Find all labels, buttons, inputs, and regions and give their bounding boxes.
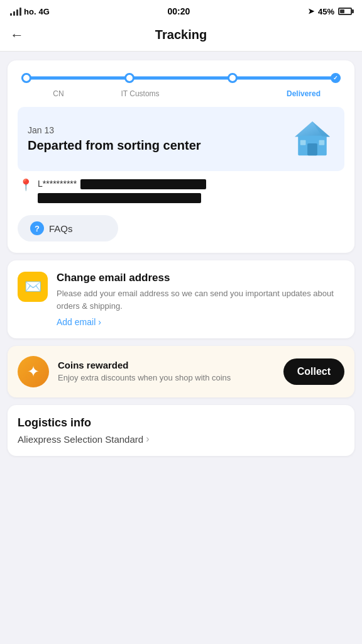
add-email-link[interactable]: Add email ›	[57, 317, 344, 327]
carrier-label: ho.	[24, 7, 36, 16]
location-redacted	[80, 179, 206, 189]
logistics-card: Logistics info Aliexpress Selection Stan…	[8, 405, 354, 456]
page-title: Tracking	[34, 28, 328, 42]
status-right: ➤ 45%	[308, 7, 352, 16]
coins-title: Coins rewarded	[58, 360, 275, 370]
logistics-chevron: ›	[146, 433, 149, 445]
status-title: Departed from sorting center	[28, 138, 283, 153]
tracking-card: CN IT Customs Delivered Jan 13 Departed …	[8, 60, 354, 253]
logistics-provider: Aliexpress Selection Standard	[18, 434, 143, 445]
location-redacted-2	[38, 193, 201, 203]
status-bar: ho. 4G 00:20 ➤ 45%	[0, 0, 362, 20]
progress-tracker: CN IT Customs Delivered	[18, 72, 344, 98]
battery-icon	[338, 8, 352, 15]
label-cn: CN	[18, 89, 99, 98]
signal-icon	[10, 7, 21, 16]
location-prefix: L**********	[38, 179, 77, 189]
tracker-dot-delivered	[331, 73, 341, 83]
time-label: 00:20	[168, 6, 190, 16]
add-email-chevron: ›	[98, 317, 101, 327]
coins-star-icon: ✦	[27, 363, 40, 380]
main-content: CN IT Customs Delivered Jan 13 Departed …	[0, 52, 362, 465]
coins-icon: ✦	[18, 356, 49, 387]
svg-rect-4	[319, 140, 325, 145]
email-description: Please add your email address so we can …	[57, 287, 344, 312]
coins-description: Enjoy extra discounts when you shop with…	[58, 372, 275, 384]
email-title: Change email address	[57, 272, 344, 284]
email-icon: ✉️	[18, 272, 48, 302]
label-delivered: Delivered	[263, 89, 344, 98]
logistics-subtitle[interactable]: Aliexpress Selection Standard ›	[18, 433, 344, 445]
location-row: 📍 L**********	[18, 177, 344, 206]
label-customs: IT Customs	[99, 89, 181, 98]
coins-card: ✦ Coins rewarded Enjoy extra discounts w…	[8, 346, 354, 397]
house-icon	[290, 117, 334, 161]
svg-rect-2	[307, 143, 317, 155]
faqs-label: FAQs	[49, 223, 73, 234]
header: ← Tracking	[0, 20, 362, 52]
svg-rect-3	[300, 140, 306, 145]
faqs-button[interactable]: ? FAQs	[18, 215, 118, 242]
tracker-dot-mid	[228, 73, 238, 83]
status-date: Jan 13	[28, 125, 283, 135]
logistics-title: Logistics info	[18, 416, 344, 430]
tracker-dot-cn	[21, 73, 31, 83]
collect-button[interactable]: Collect	[283, 358, 344, 385]
label-step3	[181, 89, 263, 98]
coins-content: Coins rewarded Enjoy extra discounts whe…	[58, 360, 275, 384]
status-box-text: Jan 13 Departed from sorting center	[28, 125, 283, 153]
pin-icon: 📍	[19, 178, 33, 192]
faq-badge-icon: ?	[30, 221, 44, 235]
location-text: L**********	[38, 177, 206, 206]
tracker-labels: CN IT Customs Delivered	[18, 89, 344, 98]
back-button[interactable]: ←	[10, 28, 34, 42]
tracker-dots	[21, 72, 341, 84]
battery-percentage: 45%	[318, 7, 334, 16]
status-box: Jan 13 Departed from sorting center	[18, 107, 344, 171]
tracker-dot-customs	[124, 73, 134, 83]
add-email-label: Add email	[57, 317, 96, 327]
status-left: ho. 4G	[10, 7, 50, 16]
location-icon: ➤	[308, 7, 314, 16]
email-card: ✉️ Change email address Please add your …	[8, 260, 354, 338]
network-label: 4G	[39, 7, 50, 16]
email-content: Change email address Please add your ema…	[57, 272, 344, 327]
